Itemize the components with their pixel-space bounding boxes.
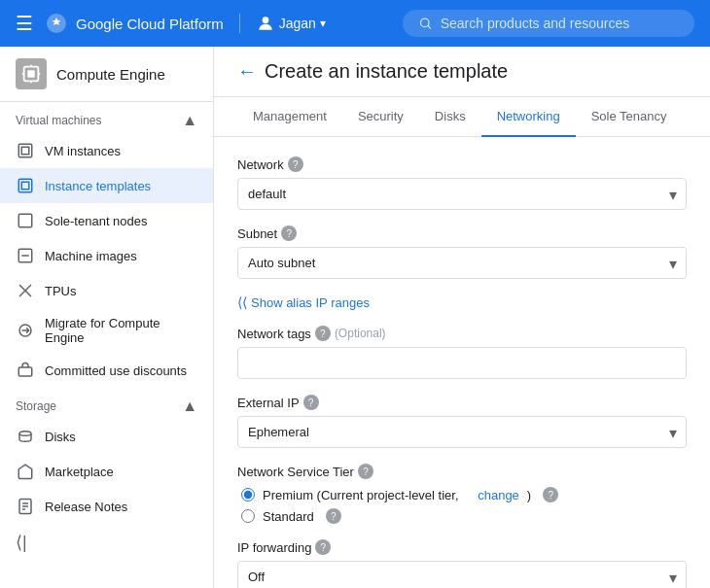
sidebar-item-machine-images[interactable]: Machine images <box>0 238 213 273</box>
sidebar: Compute Engine Virtual machines ▲ VM ins… <box>0 47 214 588</box>
tabs: Management Security Disks Networking Sol… <box>214 97 710 137</box>
external-ip-select[interactable]: Ephemeral None <box>237 416 687 448</box>
sidebar-item-vm-instances[interactable]: VM instances <box>0 133 213 168</box>
tab-management[interactable]: Management <box>237 97 342 137</box>
migrate-icon <box>16 321 35 340</box>
sidebar-item-marketplace[interactable]: Marketplace <box>0 454 213 489</box>
sidebar-item-release-notes[interactable]: Release Notes <box>0 489 213 524</box>
release-notes-icon <box>16 497 35 516</box>
nst-help-icon[interactable]: ? <box>358 464 373 479</box>
alias-chevron-icon: ⟨⟨ <box>237 294 247 310</box>
storage-section[interactable]: Storage ▲ <box>0 388 213 419</box>
main-content: ← Create an instance template Management… <box>214 47 710 588</box>
network-tags-label: Network tags ? (Optional) <box>237 326 687 341</box>
network-select-wrapper: default ▾ <box>237 178 687 210</box>
search-icon <box>418 16 433 31</box>
network-tags-input[interactable] <box>237 347 687 379</box>
topbar-search[interactable] <box>403 10 694 37</box>
storage-section-chevron: ▲ <box>182 398 197 415</box>
sidebar-item-label-sole-tenant: Sole-tenant nodes <box>45 214 148 228</box>
nst-label: Network Service Tier ? <box>237 464 687 479</box>
network-group: Network ? default ▾ <box>237 156 687 210</box>
svg-rect-19 <box>18 367 32 376</box>
ip-forwarding-select[interactable]: Off On <box>237 561 687 588</box>
show-alias-text: Show alias IP ranges <box>251 295 370 310</box>
sidebar-item-committed-use[interactable]: Committed use discounts <box>0 353 213 388</box>
svg-rect-9 <box>18 144 32 157</box>
svg-rect-4 <box>27 70 34 77</box>
network-help-icon[interactable]: ? <box>288 156 303 172</box>
subnet-select-wrapper: Auto subnet ▾ <box>237 247 687 279</box>
virtual-machines-label: Virtual machines <box>16 114 102 127</box>
virtual-machines-section[interactable]: Virtual machines ▲ <box>0 102 213 133</box>
svg-rect-10 <box>21 147 29 155</box>
network-select[interactable]: default <box>237 178 687 210</box>
network-tags-help-icon[interactable]: ? <box>315 326 331 341</box>
nst-premium-help-icon[interactable]: ? <box>543 487 558 502</box>
sidebar-item-label-committed-use: Committed use discounts <box>45 363 187 378</box>
vm-section-chevron: ▲ <box>182 112 197 129</box>
sidebar-item-disks[interactable]: Disks <box>0 419 213 454</box>
collapse-icon: ⟨| <box>16 532 27 553</box>
topbar: ☰ Google Cloud Platform Jagan ▾ <box>0 0 710 47</box>
topbar-title: Google Cloud Platform <box>76 16 224 32</box>
ip-forwarding-select-wrapper: Off On ▾ <box>237 561 687 588</box>
nst-radio-group: Premium (Current project-level tier, cha… <box>237 487 687 524</box>
ip-forwarding-group: IP forwarding ? Off On ▾ <box>237 539 687 588</box>
topbar-logo: Google Cloud Platform <box>45 12 224 35</box>
page-title: Create an instance template <box>265 60 508 83</box>
sidebar-item-label-tpus: TPUs <box>45 284 77 298</box>
marketplace-icon <box>16 462 35 481</box>
svg-rect-13 <box>18 214 32 227</box>
subnet-select[interactable]: Auto subnet <box>237 247 687 279</box>
machine-images-icon <box>16 246 35 265</box>
sidebar-collapse[interactable]: ⟨| <box>0 524 213 561</box>
tab-sole-tenancy[interactable]: Sole Tenancy <box>576 97 683 137</box>
svg-rect-11 <box>18 179 32 192</box>
subnet-help-icon[interactable]: ? <box>281 225 297 241</box>
layout: Compute Engine Virtual machines ▲ VM ins… <box>0 47 710 588</box>
external-ip-select-wrapper: Ephemeral None ▾ <box>237 416 687 448</box>
nst-standard-option: Standard ? <box>241 508 687 524</box>
nst-premium-label: Premium (Current project-level tier, <box>263 488 459 502</box>
sidebar-item-label-disks: Disks <box>45 430 76 444</box>
tab-networking[interactable]: Networking <box>481 97 576 137</box>
sidebar-item-label-migrate: Migrate for Compute Engine <box>45 316 197 345</box>
committed-use-icon <box>16 361 35 380</box>
sidebar-item-label-release-notes: Release Notes <box>45 500 127 514</box>
network-tags-optional: (Optional) <box>335 327 386 340</box>
topbar-user[interactable]: Jagan ▾ <box>256 14 326 33</box>
ip-forwarding-help-icon[interactable]: ? <box>315 539 331 555</box>
tab-security[interactable]: Security <box>342 97 419 137</box>
sidebar-item-instance-templates[interactable]: Instance templates <box>0 168 213 203</box>
sidebar-item-tpus[interactable]: TPUs <box>0 273 213 308</box>
sidebar-item-sole-tenant-nodes[interactable]: Sole-tenant nodes <box>0 203 213 238</box>
subnet-label: Subnet ? <box>237 225 687 241</box>
svg-point-1 <box>262 17 268 23</box>
sidebar-item-label-machine-images: Machine images <box>45 249 137 263</box>
nst-standard-help-icon[interactable]: ? <box>326 508 341 524</box>
menu-icon[interactable]: ☰ <box>16 12 33 35</box>
show-alias-link[interactable]: ⟨⟨ Show alias IP ranges <box>237 294 687 310</box>
nst-premium-radio[interactable] <box>241 488 255 502</box>
vm-instances-icon <box>16 141 35 160</box>
network-service-tier: Network Service Tier ? Premium (Current … <box>237 464 687 524</box>
subnet-group: Subnet ? Auto subnet ▾ <box>237 225 687 279</box>
sidebar-item-migrate-compute[interactable]: Migrate for Compute Engine <box>0 308 213 353</box>
sidebar-product-header: Compute Engine <box>0 47 213 102</box>
nst-premium-option: Premium (Current project-level tier, cha… <box>241 487 687 502</box>
topbar-divider <box>239 14 240 33</box>
back-button[interactable]: ← <box>237 60 257 83</box>
network-tags-group: Network tags ? (Optional) <box>237 326 687 379</box>
tab-disks[interactable]: Disks <box>419 97 481 137</box>
svg-point-20 <box>19 432 31 436</box>
ip-forwarding-label: IP forwarding ? <box>237 539 687 555</box>
external-ip-help-icon[interactable]: ? <box>303 395 319 410</box>
nst-change-link[interactable]: change <box>478 488 519 502</box>
form-area: Network ? default ▾ Subnet ? <box>214 137 710 588</box>
tpus-icon <box>16 281 35 300</box>
user-name: Jagan <box>279 16 316 31</box>
search-input[interactable] <box>441 16 679 31</box>
nst-standard-radio[interactable] <box>241 509 255 523</box>
gcp-logo-icon <box>45 12 68 35</box>
